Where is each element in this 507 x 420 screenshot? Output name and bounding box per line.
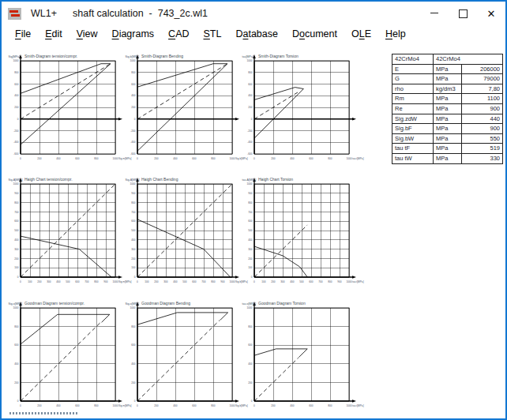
material-row-tau-tf: tau tFMPa519: [392, 144, 503, 154]
chart-haigh-chart-torsion[interactable]: 0100200300400500600700800900100001002003…: [242, 174, 370, 291]
mean-stress-line: [254, 358, 299, 401]
material-value-cell: 519: [462, 144, 503, 154]
svg-text:0: 0: [134, 276, 136, 279]
app-icon[interactable]: [8, 8, 21, 20]
menu-item-database[interactable]: Database: [228, 27, 285, 42]
svg-text:700: 700: [84, 280, 89, 283]
svg-text:400: 400: [248, 362, 253, 366]
svg-text:0: 0: [20, 404, 21, 407]
minimize-button[interactable]: [428, 7, 441, 20]
chart-goodman-diagram-bending[interactable]: 0200400600800100002004006008001000Sig.o[…: [125, 298, 253, 414]
minimize-icon: [430, 13, 438, 14]
material-unit-cell: MPa: [434, 103, 462, 114]
svg-text:0: 0: [251, 399, 253, 403]
chart-canvas: 02004006008001000-600-400-20002004006008…: [8, 51, 136, 167]
svg-text:0: 0: [20, 280, 21, 283]
y-axis-label: tau[MPa]: [242, 55, 254, 58]
svg-text:200: 200: [154, 280, 159, 283]
menu-item-edit[interactable]: Edit: [38, 27, 69, 42]
chart-goodman-diagram-torsion[interactable]: 0200400600800100002004006008001000tau.o[…: [242, 298, 370, 414]
svg-text:800: 800: [328, 157, 332, 160]
y-axis-label: Sig.o[MPa]: [126, 302, 140, 306]
menu-item-ole[interactable]: OLE: [344, 27, 378, 42]
upper-boundary: [137, 64, 227, 88]
svg-text:1000: 1000: [246, 59, 252, 62]
svg-text:200: 200: [271, 280, 276, 283]
chart-smith-diagram-torsion[interactable]: 02004006008001000-600-400-20002004006008…: [242, 51, 370, 167]
menu-item-help[interactable]: Help: [378, 27, 413, 42]
chart-title: Goodman Diagram Torsion: [258, 301, 306, 306]
svg-text:400: 400: [14, 238, 19, 242]
close-icon: ✕: [487, 9, 496, 19]
menu-item-stl[interactable]: STL: [197, 27, 229, 42]
menu-item-file[interactable]: File: [8, 27, 38, 42]
svg-text:0: 0: [20, 157, 21, 160]
svg-text:800: 800: [94, 404, 99, 407]
chart-canvas: 0100200300400500600700800900100001002003…: [8, 174, 136, 291]
svg-text:800: 800: [14, 201, 19, 204]
chart-canvas: 02004006008001000-600-400-20002004006008…: [125, 51, 253, 167]
svg-text:400: 400: [173, 157, 178, 160]
svg-text:200: 200: [271, 157, 276, 160]
svg-text:600: 600: [75, 280, 80, 283]
y-axis-label: Sig.b[MPa]: [126, 55, 140, 58]
svg-text:100: 100: [131, 266, 136, 269]
menu-item-document[interactable]: Document: [285, 27, 344, 42]
svg-text:1000: 1000: [13, 306, 18, 309]
chart-haigh-chart-bending[interactable]: 0100200300400500600700800900100001002003…: [125, 174, 253, 291]
svg-text:200: 200: [131, 381, 136, 384]
material-name-cell: tau tF: [392, 144, 434, 154]
svg-text:400: 400: [290, 280, 295, 283]
svg-text:200: 200: [37, 404, 42, 407]
svg-text:-200: -200: [247, 129, 253, 133]
maximize-icon: [459, 9, 468, 18]
svg-text:800: 800: [211, 404, 216, 407]
chart-smith-diagram-bending[interactable]: 02004006008001000-600-400-20002004006008…: [125, 51, 253, 167]
svg-text:1000: 1000: [112, 404, 118, 407]
svg-text:600: 600: [309, 280, 314, 283]
lower-boundary: [21, 64, 111, 145]
chart-title: Haigh Chart Torsion: [258, 177, 293, 182]
chart-haigh-chart-tension-compr-[interactable]: 0100200300400500600700800900100001002003…: [8, 174, 136, 291]
chart-title: Smith-Diagram tension/compr.: [24, 54, 77, 58]
material-id: 42CrMo4: [392, 54, 434, 65]
menu-item-cad[interactable]: CAD: [161, 27, 196, 42]
svg-text:0: 0: [17, 276, 19, 279]
material-name-cell: Re: [392, 103, 434, 114]
svg-text:200: 200: [131, 257, 136, 261]
material-unit-cell: MPa: [434, 124, 462, 134]
svg-text:0: 0: [137, 404, 138, 407]
svg-text:200: 200: [248, 257, 253, 261]
svg-text:1000: 1000: [130, 59, 135, 62]
svg-text:-200: -200: [13, 129, 19, 133]
svg-text:300: 300: [280, 280, 285, 283]
material-value-cell: 1100: [462, 94, 503, 104]
material-row-tau-tw: tau tWMPa330: [392, 153, 503, 163]
material-row-e: EMPa206000: [392, 64, 503, 74]
svg-text:200: 200: [14, 106, 19, 109]
svg-text:300: 300: [47, 280, 51, 283]
material-table[interactable]: 42CrMo442CrMo4EMPa206000GMPa79000rhokg/d…: [392, 54, 503, 164]
svg-text:200: 200: [37, 157, 42, 160]
svg-text:1000: 1000: [13, 59, 18, 62]
material-value-cell: 79000: [462, 74, 503, 84]
svg-text:600: 600: [248, 343, 253, 347]
material-unit-cell: kg/dm3: [434, 84, 462, 94]
menu-item-view[interactable]: View: [69, 27, 105, 42]
svg-text:500: 500: [66, 280, 70, 283]
svg-text:900: 900: [14, 192, 19, 195]
maximize-button[interactable]: [456, 7, 469, 20]
chart-goodman-diagram-tension-compr-[interactable]: 0200400600800100002004006008001000Sig.o[…: [8, 298, 136, 414]
y-axis-label: Sig[MPa]: [9, 55, 21, 58]
svg-text:600: 600: [192, 280, 197, 283]
svg-text:600: 600: [14, 219, 19, 223]
svg-text:800: 800: [328, 404, 332, 407]
material-row-g: GMPa79000: [392, 74, 503, 84]
material-row-sig-bw: Sig.bWMPa550: [392, 133, 503, 144]
svg-text:-400: -400: [130, 141, 136, 144]
menu-item-diagrams[interactable]: Diagrams: [105, 27, 162, 42]
close-button[interactable]: ✕: [485, 7, 498, 20]
chart-smith-diagram-tension-compr-[interactable]: 02004006008001000-600-400-20002004006008…: [8, 51, 136, 167]
svg-text:0: 0: [17, 118, 19, 121]
chart-canvas: 02004006008001000-600-400-20002004006008…: [242, 51, 370, 167]
